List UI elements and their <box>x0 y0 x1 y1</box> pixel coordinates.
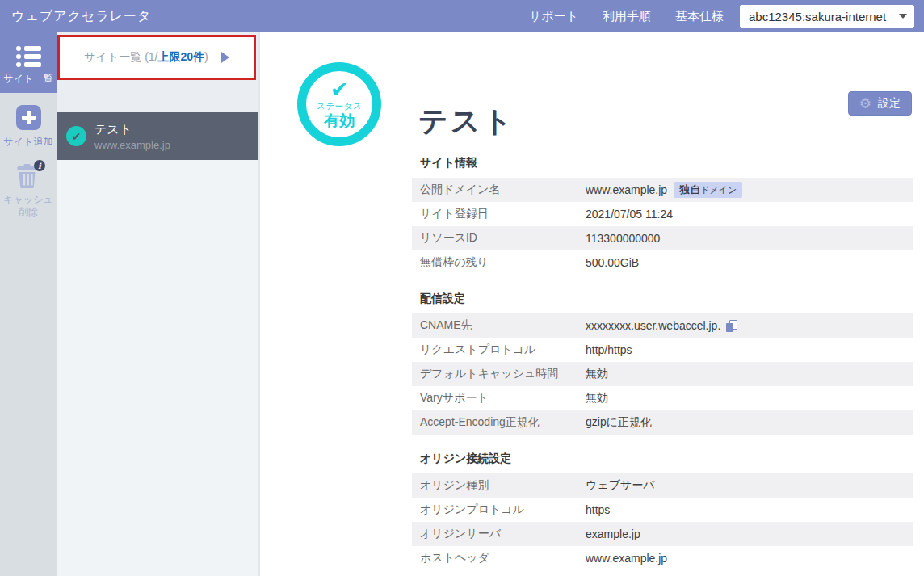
row-label: オリジンプロトコル <box>412 502 586 517</box>
table-row: オリジンプロトコルhttps <box>412 498 913 522</box>
table-row: リソースID113300000000 <box>412 226 913 250</box>
list-icon <box>16 46 41 67</box>
row-value: www.example.jp独自ドメイン <box>586 182 742 198</box>
top-nav: サポート 利用手順 基本仕様 <box>529 9 724 24</box>
plus-icon <box>16 105 41 130</box>
site-list-item-selected[interactable]: ✔ テスト www.example.jp <box>57 112 258 160</box>
row-value: ウェブサーバ <box>586 478 655 493</box>
row-value: www.example.jp <box>586 552 667 565</box>
row-value: 無効 <box>586 391 608 406</box>
row-label: サイト登録日 <box>412 207 586 221</box>
row-label: Accept-Encoding正規化 <box>412 415 586 430</box>
table-row: デフォルトキャッシュ時間無効 <box>412 362 913 386</box>
row-label: オリジン種別 <box>412 478 586 493</box>
main-content: ✔ ステータス 有効 テスト ⚙ 設定 サイト情報公開ドメイン名www.exam… <box>260 32 924 576</box>
status-value: 有効 <box>324 112 355 130</box>
row-label: ホストヘッダ <box>412 551 586 565</box>
sidebar-item-site-list[interactable]: サイト一覧 <box>0 32 57 93</box>
table-row: Accept-Encoding正規化gzipに正規化 <box>412 410 913 435</box>
copy-icon[interactable] <box>726 320 737 332</box>
row-value: example.jp <box>586 528 640 540</box>
row-label: CNAME先 <box>412 318 586 333</box>
row-label: オリジンサーバ <box>412 527 586 541</box>
info-section: 配信設定CNAME先xxxxxxxx.user.webaccel.jp.リクエス… <box>412 292 913 435</box>
info-section: サイト情報公開ドメイン名www.example.jp独自ドメインサイト登録日20… <box>412 156 913 275</box>
site-list-count: サイト一覧 (1/上限20件) <box>84 50 208 65</box>
nav-link-usage-guide[interactable]: 利用手順 <box>603 9 651 24</box>
sidebar-item-add-site[interactable]: サイト追加 <box>0 93 57 148</box>
table-row: 公開ドメイン名www.example.jp独自ドメイン <box>412 178 913 202</box>
table-row: CNAME先xxxxxxxx.user.webaccel.jp. <box>412 313 913 338</box>
page-title: テスト <box>418 103 515 138</box>
info-badge-icon[interactable]: i <box>34 160 45 171</box>
row-value: 2021/07/05 11:24 <box>586 208 673 221</box>
row-label: リソースID <box>412 231 586 246</box>
row-label: 公開ドメイン名 <box>412 183 586 197</box>
sidebar-item-label: キャッシュ 削除 <box>3 194 52 218</box>
section-title: サイト情報 <box>412 156 913 170</box>
table-row: サイト登録日2021/07/05 11:24 <box>412 202 913 226</box>
table-row: Varyサポート無効 <box>412 386 913 410</box>
table-row: 無償枠の残り500.00GiB <box>412 250 913 275</box>
gear-icon: ⚙ <box>859 97 872 111</box>
sidebar-item-label: サイト追加 <box>4 136 53 148</box>
row-value: 113300000000 <box>586 232 660 245</box>
settings-button[interactable]: ⚙ 設定 <box>848 91 912 116</box>
row-label: 無償枠の残り <box>412 255 586 270</box>
section-title: オリジン接続設定 <box>412 452 913 466</box>
table-row: オリジン種別ウェブサーバ <box>412 473 913 498</box>
site-list-panel: サイト一覧 (1/上限20件) ✔ テスト www.example.jp <box>57 32 260 576</box>
status-label: ステータス <box>317 101 362 112</box>
row-label: デフォルトキャッシュ時間 <box>412 367 586 381</box>
status-check-icon: ✔ <box>330 79 349 101</box>
row-label: リクエストプロトコル <box>412 343 586 357</box>
info-tables: サイト情報公開ドメイン名www.example.jp独自ドメインサイト登録日20… <box>412 156 913 576</box>
sidebar-item-label: サイト一覧 <box>4 73 53 85</box>
status-badge: ✔ ステータス 有効 <box>297 62 381 146</box>
row-value: gzipに正規化 <box>586 415 652 430</box>
settings-button-label: 設定 <box>878 96 901 111</box>
nav-link-specs[interactable]: 基本仕様 <box>675 9 724 24</box>
site-list-header[interactable]: サイト一覧 (1/上限20件) <box>57 35 256 80</box>
row-value: 無効 <box>586 367 608 381</box>
nav-link-support[interactable]: サポート <box>529 9 578 24</box>
site-domain: www.example.jp <box>94 139 170 151</box>
table-row: リクエストプロトコルhttp/https <box>412 338 913 362</box>
sidebar-item-cache-delete[interactable]: i キャッシュ 削除 <box>0 148 57 218</box>
row-value: xxxxxxxx.user.webaccel.jp. <box>586 319 737 332</box>
chevron-down-icon <box>899 14 907 19</box>
row-value: http/https <box>586 343 632 356</box>
info-section: オリジン接続設定オリジン種別ウェブサーバオリジンプロトコルhttpsオリジンサー… <box>412 452 913 570</box>
collapse-arrow-icon[interactable] <box>221 52 229 63</box>
row-value: https <box>586 503 610 516</box>
row-value: 500.00GiB <box>586 256 639 269</box>
table-row: オリジンサーバexample.jp <box>412 522 913 546</box>
site-limit-text: 上限20件 <box>158 50 204 63</box>
site-status-check-icon: ✔ <box>66 126 86 146</box>
row-label: Varyサポート <box>412 391 586 406</box>
app-title: ウェブアクセラレータ <box>11 8 151 25</box>
topbar: ウェブアクセラレータ サポート 利用手順 基本仕様 abc12345:sakur… <box>0 0 924 32</box>
account-dropdown[interactable]: abc12345:sakura-internet <box>740 5 914 28</box>
table-row: ホストヘッダwww.example.jp <box>412 546 913 570</box>
section-title: 配信設定 <box>412 292 913 306</box>
site-name: テスト <box>94 122 170 137</box>
icon-sidebar: サイト一覧 サイト追加 i キャッシュ 削除 <box>0 32 57 576</box>
own-domain-badge: 独自ドメイン <box>674 182 742 198</box>
account-label: abc12345:sakura-internet <box>749 10 886 23</box>
